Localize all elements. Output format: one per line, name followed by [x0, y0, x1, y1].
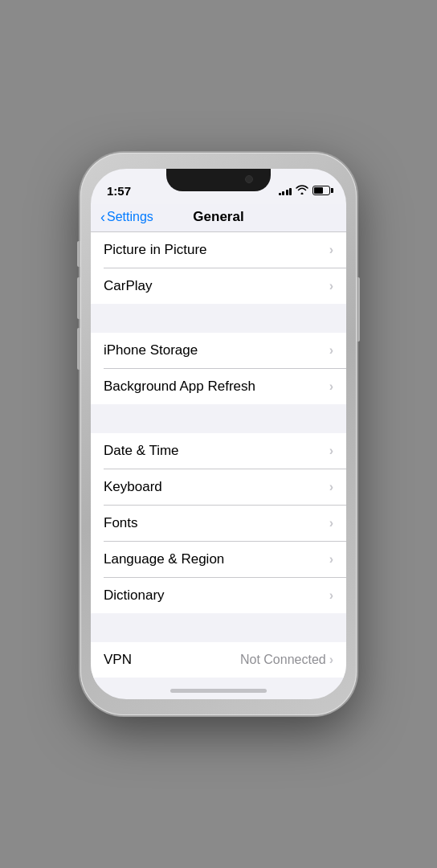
list-item[interactable]: VPN Not Connected › [91, 642, 346, 678]
chevron-right-icon: › [329, 588, 333, 603]
setting-right: Not Connected › [240, 653, 333, 667]
page-title: General [193, 209, 243, 225]
settings-content: Picture in Picture › CarPlay › iPhone [91, 232, 346, 686]
list-item[interactable]: Language & Region › [91, 542, 346, 577]
setting-label-date-time: Date & Time [104, 443, 179, 459]
volume-down-button [77, 328, 80, 370]
back-label: Settings [107, 210, 153, 224]
setting-right: › [329, 516, 333, 530]
list-item[interactable]: Dictionary › [91, 578, 346, 613]
phone-screen: 1:57 [91, 169, 346, 699]
chevron-right-icon: › [329, 516, 333, 530]
list-item[interactable]: Picture in Picture › [91, 232, 346, 268]
home-indicator [170, 689, 267, 693]
section-group-2: iPhone Storage › Background App Refresh … [91, 333, 346, 404]
chevron-right-icon: › [329, 279, 333, 293]
setting-right: › [329, 444, 333, 458]
chevron-right-icon: › [329, 379, 333, 394]
phone-frame: 1:57 [80, 153, 357, 715]
list-item[interactable]: iPhone Storage › [91, 333, 346, 368]
section-divider [91, 678, 346, 686]
status-time: 1:57 [107, 184, 131, 198]
setting-right: › [329, 588, 333, 603]
setting-value-vpn: Not Connected [240, 653, 326, 667]
setting-label-language-region: Language & Region [104, 551, 224, 567]
notch [166, 169, 271, 191]
navigation-bar: ‹ Settings General [91, 204, 346, 232]
chevron-right-icon: › [329, 243, 333, 257]
battery-icon [312, 186, 330, 195]
chevron-right-icon: › [329, 552, 333, 567]
setting-right: › [329, 480, 333, 494]
setting-label-carplay: CarPlay [104, 278, 152, 294]
section-divider [91, 304, 346, 333]
chevron-right-icon: › [329, 343, 333, 358]
setting-right: › [329, 243, 333, 257]
section-divider [91, 404, 346, 433]
setting-label-iphone-storage: iPhone Storage [104, 342, 198, 358]
section-group-3: Date & Time › Keyboard › Fonts › [91, 433, 346, 613]
list-item[interactable]: Date & Time › [91, 433, 346, 469]
chevron-right-icon: › [329, 653, 333, 667]
back-button[interactable]: ‹ Settings [100, 209, 153, 226]
setting-label-keyboard: Keyboard [104, 479, 162, 495]
setting-label-vpn: VPN [104, 652, 132, 668]
silent-button [77, 241, 80, 267]
volume-up-button [77, 277, 80, 319]
back-chevron-icon: ‹ [100, 209, 105, 226]
setting-label-background-app-refresh: Background App Refresh [104, 379, 255, 395]
setting-right: › [329, 552, 333, 567]
setting-label-picture-in-picture: Picture in Picture [104, 242, 207, 258]
list-item[interactable]: Fonts › [91, 506, 346, 541]
section-group-1: Picture in Picture › CarPlay › [91, 232, 346, 304]
signal-icon [279, 186, 292, 195]
setting-right: › [329, 343, 333, 358]
chevron-right-icon: › [329, 444, 333, 458]
list-item[interactable]: Background App Refresh › [91, 369, 346, 404]
battery-fill [314, 187, 323, 194]
section-divider [91, 613, 346, 642]
front-camera [245, 175, 253, 183]
wifi-icon [296, 185, 308, 197]
setting-right: › [329, 279, 333, 293]
chevron-right-icon: › [329, 480, 333, 494]
section-group-4: VPN Not Connected › [91, 642, 346, 678]
power-button [357, 277, 360, 342]
setting-label-dictionary: Dictionary [104, 588, 165, 604]
setting-right: › [329, 379, 333, 394]
setting-label-fonts: Fonts [104, 515, 138, 531]
list-item[interactable]: Keyboard › [91, 469, 346, 505]
status-icons [279, 185, 331, 197]
list-item[interactable]: CarPlay › [91, 268, 346, 304]
